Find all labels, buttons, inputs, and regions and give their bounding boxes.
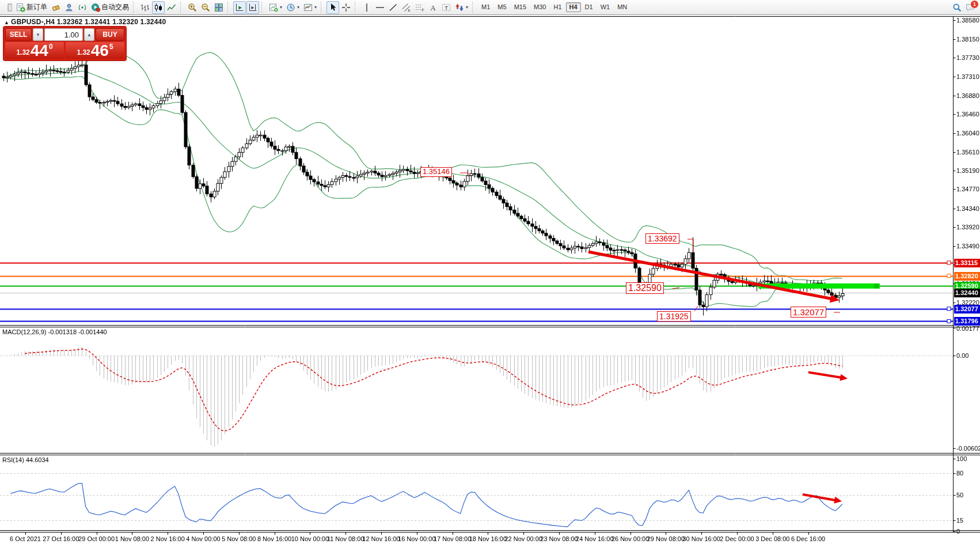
textA-icon: A — [428, 3, 438, 12]
svg-text:T: T — [445, 4, 448, 10]
price-axis-tick: 1.37310 — [956, 73, 979, 80]
label-button[interactable]: T — [440, 1, 453, 14]
volume-increase-button[interactable]: ▲ — [84, 28, 94, 41]
indicator-icon — [303, 3, 313, 12]
fibo-icon: F — [415, 3, 424, 12]
price-axis-tick: 1.38580 — [956, 17, 979, 24]
notifications-button[interactable]: 1 — [964, 1, 977, 14]
direction-up-icon: ▲ — [4, 20, 9, 25]
chart-canvas[interactable] — [0, 0, 980, 544]
price-callout-1.31925[interactable]: 1.31925 — [657, 311, 691, 322]
price-callout-1.32077[interactable]: 1.32077 — [791, 307, 826, 318]
timeframe-button-h1[interactable]: H1 — [550, 2, 565, 12]
symbol-ohlc-text: GBPUSD-,H4 1.32362 1.32441 1.32320 1.324… — [11, 18, 166, 26]
timeframe-button-m5[interactable]: M5 — [494, 2, 510, 12]
toolbar-separator — [472, 2, 476, 13]
timeframe-button-w1[interactable]: W1 — [597, 2, 614, 12]
timeframe-button-d1[interactable]: D1 — [582, 2, 597, 12]
new-chart-icon — [269, 3, 278, 12]
price-tag-1.32440: 1.32440 — [954, 289, 980, 297]
crosshair-icon — [341, 3, 351, 12]
notification-badge: 1 — [970, 0, 979, 9]
price-callout-1.35146[interactable]: 1.35146 — [420, 167, 452, 177]
buy-button[interactable]: BUY — [96, 28, 124, 41]
candlestick-chart-button[interactable] — [152, 1, 165, 14]
search-button[interactable] — [951, 1, 963, 14]
tile-icon — [214, 3, 223, 12]
sell-price-pip: 0 — [49, 43, 53, 51]
zoom-out-button[interactable] — [199, 1, 212, 14]
sell-price-display[interactable]: 1.32 44 0 — [5, 42, 64, 59]
styles-eraser-button[interactable] — [50, 1, 62, 14]
sell-price-prefix: 1.32 — [16, 48, 29, 56]
bars-icon — [140, 3, 150, 12]
line-chart-button[interactable] — [165, 1, 178, 14]
indicators-button[interactable]: ▾ — [302, 1, 318, 14]
hline-icon — [375, 3, 385, 12]
labelT-icon: T — [442, 3, 451, 12]
toolbar-separator — [180, 2, 184, 13]
trendline-icon — [389, 3, 398, 12]
macd-axis-tick: 0.001777 — [956, 325, 980, 332]
tile-windows-button[interactable] — [212, 1, 225, 14]
chevron-down-icon: ▾ — [466, 5, 468, 10]
trendline-button[interactable] — [387, 1, 400, 14]
rsi-axis-tick: 80 — [956, 470, 963, 477]
text-button[interactable]: A — [427, 1, 439, 14]
profile-icon — [64, 3, 74, 12]
timeframe-button-m1[interactable]: M1 — [478, 2, 493, 12]
price-axis-tick: 1.37730 — [956, 54, 979, 61]
price-callout-1.32590[interactable]: 1.32590 — [626, 282, 664, 294]
macd-axis-tick: -0.00602 — [956, 445, 980, 452]
svg-text:E: E — [408, 9, 411, 12]
volume-decrease-button[interactable]: ▼ — [33, 28, 43, 41]
crosshair-button[interactable] — [340, 1, 352, 14]
line-icon — [167, 3, 176, 12]
time-axis-label: 6 Dec 16:00 — [781, 535, 836, 542]
rsi-axis-tick: 0 — [956, 528, 960, 535]
rsi-axis-tick: 15 — [956, 517, 963, 524]
buy-price-prefix: 1.32 — [77, 48, 90, 56]
toolbar-separator — [133, 2, 136, 13]
community-button[interactable] — [63, 1, 75, 14]
bar-chart-button[interactable] — [139, 1, 151, 14]
chevron-down-icon: ▾ — [314, 5, 317, 10]
buy-price-display[interactable]: 1.32 46 5 — [66, 42, 124, 59]
new-chart-button[interactable]: ▾ — [267, 1, 284, 14]
cursor-button[interactable] — [326, 1, 339, 14]
rsi-axis-tick: 100 — [956, 455, 967, 462]
signals-button[interactable] — [76, 1, 89, 14]
chart-shift-button[interactable] — [246, 1, 259, 14]
price-tag-1.32077: 1.32077 — [954, 305, 980, 313]
timeframe-button-m30[interactable]: M30 — [530, 2, 549, 12]
sell-button[interactable]: SELL — [5, 28, 32, 41]
channel-icon: E — [402, 3, 411, 12]
chevron-down-icon: ▾ — [297, 5, 299, 10]
channel-button[interactable]: E — [400, 1, 413, 14]
new-order-button[interactable]: 新订单 — [14, 1, 49, 14]
autoscroll-icon — [235, 3, 244, 12]
profiles-button[interactable]: ▾ — [284, 1, 301, 14]
rsi-label: RSI(14) 44.6034 — [2, 456, 49, 463]
clipped-icon — [3, 3, 12, 12]
clipped-chart-icon — [1, 1, 14, 14]
one-click-trade-panel: SELL ▼ 1.00 ▲ BUY 1.32 44 0 1.32 46 5 — [3, 27, 126, 61]
timeframe-button-h4[interactable]: H4 — [566, 2, 581, 12]
svg-text:F: F — [422, 8, 424, 12]
svg-text:A: A — [431, 3, 436, 12]
new-order-icon — [16, 3, 25, 12]
shapes-button[interactable]: ▾ — [453, 1, 470, 14]
price-axis-tick: 1.34770 — [956, 186, 979, 192]
price-axis-tick: 1.33490 — [956, 243, 979, 250]
autotrade-button[interactable]: 自动交易 — [89, 1, 131, 14]
autotrade-icon — [91, 3, 100, 12]
timeframe-button-mn[interactable]: MN — [614, 2, 630, 12]
price-callout-1.33692[interactable]: 1.33692 — [645, 233, 679, 244]
auto-scroll-button[interactable] — [233, 1, 246, 14]
fibonacci-button[interactable]: F — [413, 1, 426, 14]
horizontal-line-button[interactable] — [374, 1, 386, 14]
timeframe-button-m15[interactable]: M15 — [511, 2, 530, 12]
zoom-in-button[interactable] — [186, 1, 199, 14]
vertical-line-button[interactable] — [360, 1, 373, 14]
volume-input[interactable]: 1.00 — [44, 28, 83, 41]
